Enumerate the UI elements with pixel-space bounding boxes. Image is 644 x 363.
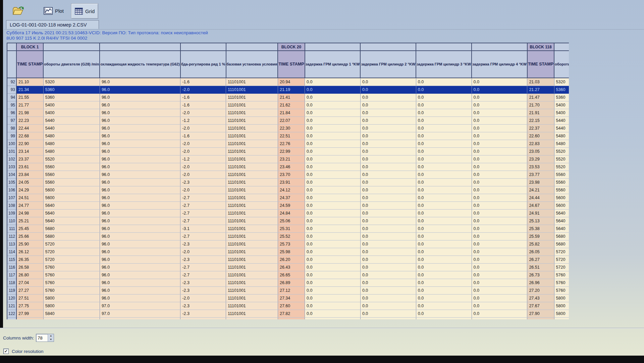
- cell[interactable]: 0.0: [472, 210, 527, 217]
- cell[interactable]: 11101001: [226, 287, 278, 294]
- cell[interactable]: 0.0: [472, 163, 527, 171]
- cell[interactable]: 21.62: [278, 101, 305, 109]
- cell[interactable]: 96.0: [100, 86, 180, 94]
- cell[interactable]: 5720: [554, 256, 569, 264]
- cell[interactable]: 0.0: [416, 318, 472, 320]
- row-number[interactable]: 106: [7, 186, 16, 194]
- cell[interactable]: 25.73: [278, 240, 305, 248]
- cell[interactable]: 11101001: [226, 117, 278, 125]
- cell[interactable]: 21.10: [16, 78, 43, 86]
- cell[interactable]: 0.0: [360, 148, 416, 155]
- cell[interactable]: 0.0: [416, 240, 472, 248]
- cell[interactable]: 0.0: [360, 163, 416, 171]
- cell[interactable]: 21.34: [16, 86, 43, 94]
- cell[interactable]: 22.07: [278, 117, 305, 125]
- cell[interactable]: 96.0: [100, 264, 180, 271]
- table-row[interactable]: 12328.23584097.0-2.31110100128.070.00.00…: [7, 318, 569, 320]
- cell[interactable]: 0.0: [360, 225, 416, 233]
- column-header[interactable]: охлаждающая жидкость температура (G62): [100, 51, 180, 78]
- cell[interactable]: 26.27: [527, 256, 554, 264]
- cell[interactable]: 0.0: [305, 294, 361, 302]
- row-number[interactable]: 114: [7, 248, 16, 256]
- cell[interactable]: 0.0: [305, 318, 361, 320]
- cell[interactable]: 21.55: [16, 94, 43, 101]
- cell[interactable]: -2.0: [180, 171, 226, 179]
- cell[interactable]: 5640: [554, 210, 569, 217]
- table-row[interactable]: 9621.98540096.0-2.01110100121.840.00.00.…: [7, 109, 569, 117]
- cell[interactable]: 0.0: [305, 171, 361, 179]
- cell[interactable]: 27.51: [16, 294, 43, 302]
- cell[interactable]: 0.0: [416, 264, 472, 271]
- cell[interactable]: 0.0: [472, 125, 527, 132]
- cell[interactable]: 22.23: [16, 117, 43, 125]
- cell[interactable]: 0.0: [360, 318, 416, 320]
- cell[interactable]: 96.0: [100, 140, 180, 148]
- cell[interactable]: 22.90: [16, 140, 43, 148]
- cell[interactable]: 11101001: [226, 217, 278, 225]
- cell[interactable]: 27.99: [16, 310, 43, 318]
- cell[interactable]: 96.0: [100, 225, 180, 233]
- cell[interactable]: 21.98: [16, 109, 43, 117]
- cell[interactable]: -2.0: [180, 294, 226, 302]
- cell[interactable]: 0.0: [360, 287, 416, 294]
- cell[interactable]: 0.0: [416, 86, 472, 94]
- cell[interactable]: 24.21: [527, 186, 554, 194]
- cell[interactable]: 0.0: [416, 148, 472, 155]
- cell[interactable]: -2.3: [180, 279, 226, 287]
- row-number[interactable]: 101: [7, 148, 16, 155]
- table-row[interactable]: 10624.29560096.0-2.01110100124.120.00.00…: [7, 186, 569, 194]
- cell[interactable]: 0.0: [360, 171, 416, 179]
- cell[interactable]: 5560: [43, 163, 100, 171]
- cell[interactable]: 26.80: [16, 271, 43, 279]
- cell[interactable]: 0.0: [416, 140, 472, 148]
- cell[interactable]: -2.7: [180, 233, 226, 240]
- cell[interactable]: 0.0: [305, 148, 361, 155]
- cell[interactable]: 27.27: [16, 287, 43, 294]
- cell[interactable]: 96.0: [100, 171, 180, 179]
- cell[interactable]: 24.51: [16, 194, 43, 202]
- cell[interactable]: 26.12: [16, 248, 43, 256]
- cell[interactable]: 25.21: [16, 217, 43, 225]
- cell[interactable]: 11101001: [226, 78, 278, 86]
- cell[interactable]: 0.0: [305, 279, 361, 287]
- cell[interactable]: 5440: [554, 117, 569, 125]
- cell[interactable]: 0.0: [416, 225, 472, 233]
- cell[interactable]: 26.35: [16, 256, 43, 264]
- cell[interactable]: 23.29: [527, 155, 554, 163]
- cell[interactable]: -1.2: [180, 117, 226, 125]
- cell[interactable]: 0.0: [305, 155, 361, 163]
- cell[interactable]: 22.51: [278, 132, 305, 140]
- cell[interactable]: 0.0: [472, 217, 527, 225]
- cell[interactable]: 27.20: [527, 287, 554, 294]
- cell[interactable]: -2.3: [180, 310, 226, 318]
- spinner-up-button[interactable]: ▲: [48, 334, 54, 338]
- row-number[interactable]: 113: [7, 240, 16, 248]
- cell[interactable]: -2.3: [180, 256, 226, 264]
- cell[interactable]: 0.0: [472, 94, 527, 101]
- cell[interactable]: 5480: [43, 148, 100, 155]
- cell[interactable]: 5560: [554, 179, 569, 186]
- cell[interactable]: 5600: [43, 194, 100, 202]
- row-number[interactable]: 93: [7, 86, 16, 94]
- cell[interactable]: 5440: [43, 125, 100, 132]
- cell[interactable]: 25.59: [527, 233, 554, 240]
- cell[interactable]: -1.6: [180, 101, 226, 109]
- cell[interactable]: 0.0: [472, 179, 527, 186]
- cell[interactable]: -2.3: [180, 318, 226, 320]
- row-number[interactable]: 118: [7, 279, 16, 287]
- cell[interactable]: -1.6: [180, 94, 226, 101]
- cell[interactable]: 26.05: [527, 248, 554, 256]
- cell[interactable]: 0.0: [360, 248, 416, 256]
- cell[interactable]: 5320: [554, 78, 569, 86]
- cell[interactable]: 25.31: [278, 225, 305, 233]
- cell[interactable]: 5360: [43, 94, 100, 101]
- cell[interactable]: 0.0: [305, 225, 361, 233]
- cell[interactable]: 23.05: [527, 148, 554, 155]
- cell[interactable]: 0.0: [360, 179, 416, 186]
- cell[interactable]: 5680: [43, 233, 100, 240]
- cell[interactable]: 5840: [43, 318, 100, 320]
- cell[interactable]: 5480: [43, 140, 100, 148]
- table-row[interactable]: 11526.35572096.0-2.31110100126.200.00.00…: [7, 256, 569, 264]
- cell[interactable]: 0.0: [360, 194, 416, 202]
- cell[interactable]: -2.7: [180, 264, 226, 271]
